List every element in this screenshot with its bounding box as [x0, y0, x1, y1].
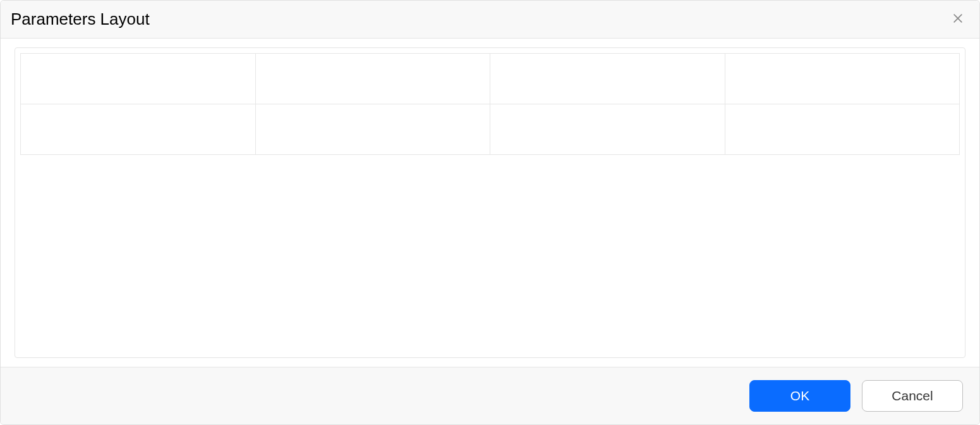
layout-cell[interactable] — [490, 104, 725, 155]
cancel-button[interactable]: Cancel — [862, 380, 963, 412]
ok-button[interactable]: OK — [749, 380, 850, 412]
dialog-title: Parameters Layout — [11, 9, 150, 29]
close-button[interactable] — [949, 9, 967, 29]
layout-cell[interactable] — [256, 104, 491, 155]
parameters-layout-dialog: Parameters Layout OK — [0, 0, 980, 425]
dialog-header: Parameters Layout — [1, 1, 979, 39]
layout-cell[interactable] — [725, 54, 960, 104]
dialog-body — [1, 39, 979, 367]
dialog-footer: OK Cancel — [1, 367, 979, 424]
close-icon — [952, 12, 964, 27]
layout-grid — [20, 53, 960, 155]
layout-cell[interactable] — [725, 104, 960, 155]
layout-cell[interactable] — [21, 104, 256, 155]
layout-cell[interactable] — [490, 54, 725, 104]
layout-cell[interactable] — [256, 54, 491, 104]
layout-container — [15, 47, 965, 358]
layout-cell[interactable] — [21, 54, 256, 104]
